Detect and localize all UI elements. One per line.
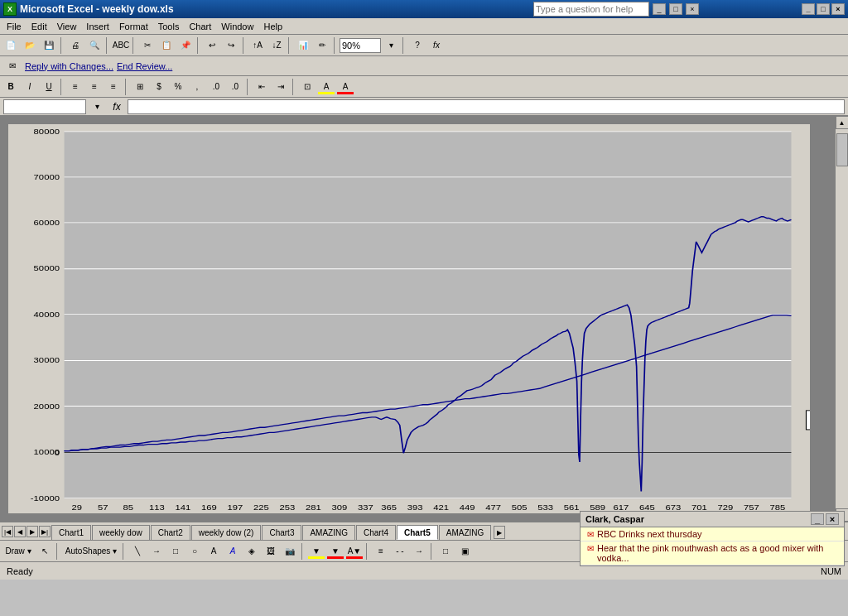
tab-weekly-dow-2[interactable]: weekly dow (2): [191, 525, 262, 540]
close-btn[interactable]: ×: [831, 3, 845, 15]
increase-dec-btn[interactable]: .0: [207, 79, 225, 95]
scroll-up-btn[interactable]: ▲: [836, 116, 849, 129]
menu-tools[interactable]: Tools: [153, 20, 185, 33]
percent-btn[interactable]: %: [169, 79, 187, 95]
help-minimize[interactable]: _: [653, 3, 666, 15]
fill-color-draw-btn[interactable]: ▼: [307, 543, 325, 560]
titlebar-controls[interactable]: _ □ ×: [802, 3, 845, 15]
reply-icon[interactable]: ✉: [3, 58, 22, 75]
3d-btn[interactable]: ▣: [455, 543, 474, 560]
draw-cursor-btn[interactable]: ↖: [36, 543, 54, 560]
clipart-btn[interactable]: 🖼: [262, 543, 280, 560]
help-close[interactable]: ×: [686, 3, 699, 15]
tab-chart4[interactable]: Chart4: [356, 525, 396, 540]
copy-btn[interactable]: 📋: [157, 37, 176, 54]
rect-btn[interactable]: □: [166, 543, 185, 560]
chart-wizard-btn[interactable]: 📊: [294, 37, 312, 54]
menu-window[interactable]: Window: [216, 20, 258, 33]
redo-btn[interactable]: ↪: [222, 37, 240, 54]
autoshapes-btn[interactable]: AutoShapes ▾: [62, 543, 120, 560]
menu-file[interactable]: File: [2, 20, 26, 33]
draw-label-btn[interactable]: Draw ▾: [2, 543, 35, 560]
align-center-btn[interactable]: ≡: [85, 79, 104, 95]
shadow-btn[interactable]: □: [436, 543, 455, 560]
undo-btn[interactable]: ↩: [203, 37, 221, 54]
help-restore[interactable]: □: [669, 3, 682, 15]
borders-btn[interactable]: ⊡: [298, 79, 316, 95]
name-box-dropdown[interactable]: ▾: [88, 99, 106, 115]
spell-btn[interactable]: ABC: [112, 37, 130, 54]
menu-chart[interactable]: Chart: [184, 20, 216, 33]
tab-amazing1[interactable]: AMAZING: [302, 525, 355, 540]
tab-weekly-dow[interactable]: weekly dow: [92, 525, 150, 540]
dash-style-btn[interactable]: - -: [391, 543, 409, 560]
print-btn[interactable]: 🖨: [66, 37, 84, 54]
menu-format[interactable]: Format: [114, 20, 153, 33]
tab-chart2[interactable]: Chart2: [151, 525, 190, 540]
minimize-btn[interactable]: _: [802, 3, 815, 15]
fill-color-btn[interactable]: A: [317, 79, 335, 95]
fx-btn[interactable]: fx: [427, 37, 446, 54]
wordart-btn[interactable]: A: [224, 543, 242, 560]
indent-dec-btn[interactable]: ⇤: [253, 79, 271, 95]
scroll-thumb[interactable]: [836, 133, 848, 166]
help-input[interactable]: [533, 2, 649, 17]
decrease-dec-btn[interactable]: .0: [226, 79, 244, 95]
tab-chart1[interactable]: Chart1: [51, 525, 91, 540]
zoom-input[interactable]: [340, 38, 381, 53]
open-btn[interactable]: 📂: [21, 37, 39, 54]
tab-nav-prev[interactable]: ◀: [14, 526, 26, 537]
underline-btn[interactable]: U: [40, 79, 58, 95]
tab-chart5[interactable]: Chart5: [397, 525, 438, 540]
notif-close-btn[interactable]: ×: [826, 513, 839, 525]
preview-btn[interactable]: 🔍: [85, 37, 104, 54]
scroll-track[interactable]: [836, 129, 849, 508]
restore-btn[interactable]: □: [817, 3, 830, 15]
merge-btn[interactable]: ⊞: [131, 79, 149, 95]
line-color-draw-btn[interactable]: ▼: [326, 543, 344, 560]
end-review-btn[interactable]: End Review...: [117, 61, 172, 71]
save-btn[interactable]: 💾: [40, 37, 58, 54]
scrollbar-vertical[interactable]: ▲ ▼: [835, 116, 848, 522]
reply-btn[interactable]: Reply with Changes...: [25, 61, 113, 71]
chart-container[interactable]: 80000 70000 60000 50000 40000 30000 2000…: [7, 123, 812, 515]
italic-btn[interactable]: I: [21, 79, 39, 95]
menu-insert[interactable]: Insert: [81, 20, 114, 33]
formula-input[interactable]: [128, 99, 845, 114]
menu-view[interactable]: View: [52, 20, 82, 33]
tab-nav-last[interactable]: ▶|: [39, 526, 51, 537]
drawing-btn[interactable]: ✏: [313, 37, 331, 54]
tab-amazing2[interactable]: AMAZING: [439, 525, 492, 540]
zoom-dropdown[interactable]: ▾: [382, 37, 400, 54]
indent-inc-btn[interactable]: ⇥: [272, 79, 290, 95]
tab-scroll-right[interactable]: ▶: [494, 526, 505, 539]
tab-chart3[interactable]: Chart3: [262, 525, 301, 540]
font-color-draw-btn[interactable]: A▼: [345, 543, 364, 560]
name-box[interactable]: [3, 99, 86, 114]
arrow-btn[interactable]: →: [147, 543, 166, 560]
oval-btn[interactable]: ○: [186, 543, 204, 560]
align-left-btn[interactable]: ≡: [66, 79, 84, 95]
align-right-btn[interactable]: ≡: [104, 79, 123, 95]
currency-btn[interactable]: $: [150, 79, 168, 95]
arrow-style-btn[interactable]: →: [410, 543, 428, 560]
comma-btn[interactable]: ,: [188, 79, 206, 95]
tab-nav-first[interactable]: |◀: [2, 526, 13, 537]
picture-btn[interactable]: 📷: [281, 543, 299, 560]
paste-btn[interactable]: 📌: [176, 37, 195, 54]
menu-help[interactable]: Help: [258, 20, 287, 33]
notif-minimize-btn[interactable]: _: [811, 513, 824, 525]
help-btn[interactable]: ?: [408, 37, 426, 54]
sort-asc-btn[interactable]: ↑A: [248, 37, 267, 54]
new-btn[interactable]: 📄: [2, 37, 20, 54]
menu-edit[interactable]: Edit: [26, 20, 52, 33]
tab-nav-next[interactable]: ▶: [26, 526, 38, 537]
sort-desc-btn[interactable]: ↓Z: [267, 37, 286, 54]
bold-btn[interactable]: B: [2, 79, 20, 95]
textbox-btn[interactable]: A: [205, 543, 223, 560]
diagram-btn[interactable]: ◈: [243, 543, 261, 560]
cut-btn[interactable]: ✂: [138, 37, 157, 54]
font-color-btn[interactable]: A: [336, 79, 354, 95]
line-style-btn[interactable]: ≡: [372, 543, 390, 560]
line-btn[interactable]: ╲: [128, 543, 147, 560]
